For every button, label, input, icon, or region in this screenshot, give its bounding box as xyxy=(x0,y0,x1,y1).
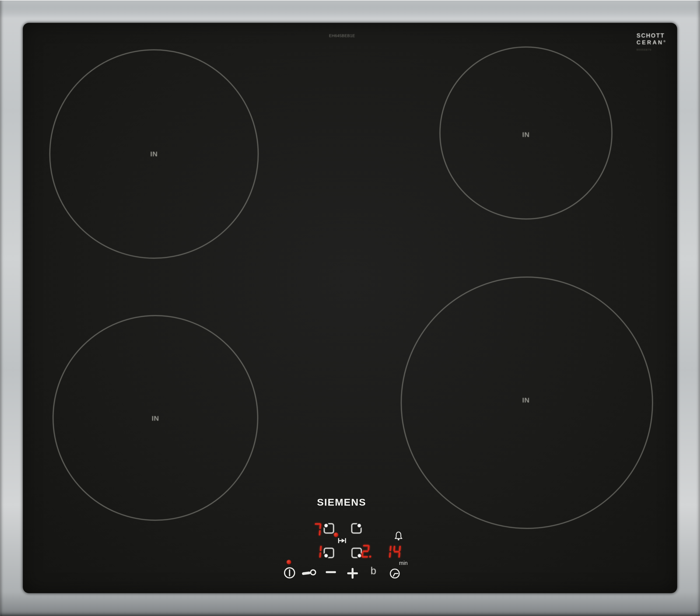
zone-select-rear-right[interactable] xyxy=(351,523,362,533)
zone-square-icon xyxy=(358,524,361,527)
zone-square-icon xyxy=(358,554,361,557)
red-dot-indicator-timer-zone xyxy=(334,532,338,537)
transfer-arrow-icon xyxy=(338,537,347,544)
display-timer-minutes xyxy=(384,545,400,558)
induction-marking-front-left: IN xyxy=(152,414,159,422)
ceran-glass-surface: IN IN IN IN EH645BEB1E SCHOTT CERAN® 900… xyxy=(23,23,677,593)
power-icon[interactable] xyxy=(283,567,296,579)
zone-select-front-right[interactable] xyxy=(351,548,362,558)
timer-unit-label: min xyxy=(399,560,408,566)
zone-square-icon xyxy=(324,524,328,527)
induction-marking-rear-left: IN xyxy=(150,150,158,158)
schott-logo-line2: CERAN® xyxy=(637,40,665,45)
red-dot-indicator-power xyxy=(287,560,291,564)
zone-square-icon xyxy=(324,554,328,557)
zone-select-rear-left[interactable] xyxy=(324,523,334,533)
clock-icon[interactable] xyxy=(389,568,400,579)
induction-marking-front-right: IN xyxy=(522,396,530,404)
model-code-text: EH645BEB1E xyxy=(329,34,355,38)
schott-logo-serial: 90056876 xyxy=(637,49,665,51)
display-front-left-level xyxy=(314,545,321,558)
plus-icon[interactable] xyxy=(347,567,359,579)
siemens-logo: SIEMENS xyxy=(317,496,366,508)
minus-icon[interactable] xyxy=(326,571,336,573)
key-lock-icon[interactable] xyxy=(301,568,317,578)
zone-select-front-left[interactable] xyxy=(324,548,334,558)
booster-key[interactable]: b xyxy=(371,566,376,576)
schott-logo-line1: SCHOTT xyxy=(637,32,665,39)
display-front-right-level xyxy=(362,545,369,558)
display-rear-left-level xyxy=(314,523,321,536)
registered-mark: ® xyxy=(663,40,665,43)
induction-hob: IN IN IN IN EH645BEB1E SCHOTT CERAN® 900… xyxy=(0,0,700,616)
bell-icon xyxy=(394,531,403,541)
schott-ceran-logo: SCHOTT CERAN® 90056876 xyxy=(637,33,665,51)
induction-marking-rear-right: IN xyxy=(522,131,530,139)
